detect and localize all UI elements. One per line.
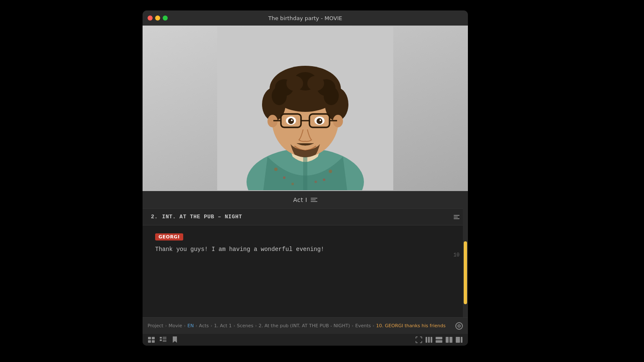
scene-list-icon[interactable]: [454, 215, 460, 219]
svg-rect-47: [431, 337, 432, 343]
svg-rect-40: [163, 337, 166, 338]
svg-point-11: [307, 76, 324, 91]
breadcrumb-movie[interactable]: Movie: [169, 323, 182, 328]
breadcrumb-right: [455, 322, 463, 330]
scene-text: INT. AT THE PUB – NIGHT: [162, 214, 449, 220]
layout1-icon[interactable]: [435, 336, 443, 344]
svg-rect-45: [426, 337, 427, 343]
grid-view-icon[interactable]: [148, 336, 155, 344]
act-header: Act I: [143, 191, 468, 209]
svg-rect-37: [148, 340, 151, 343]
breadcrumb-events[interactable]: Events: [355, 323, 371, 328]
window-title: The birthday party - MOVIE: [268, 15, 342, 21]
breadcrumb-act1[interactable]: 1. Act 1: [214, 323, 231, 328]
character-badge: GEORGI: [155, 233, 183, 240]
character-photo: [217, 27, 393, 190]
traffic-lights: [143, 16, 168, 21]
svg-rect-42: [160, 339, 162, 341]
breadcrumb-scenes[interactable]: Scenes: [237, 323, 253, 328]
toolbar-left: [148, 336, 179, 344]
svg-point-10: [286, 76, 303, 91]
svg-rect-52: [456, 337, 460, 343]
maximize-button[interactable]: [163, 16, 168, 21]
svg-rect-35: [148, 337, 151, 339]
svg-point-34: [459, 326, 460, 326]
svg-rect-39: [160, 337, 162, 339]
titlebar: The birthday party - MOVIE: [143, 10, 468, 26]
svg-point-24: [317, 118, 322, 124]
line-number: 10: [454, 252, 460, 258]
breadcrumb-event[interactable]: 10. GEORGI thanks his friends: [376, 323, 446, 328]
toolbar-right: [415, 336, 463, 344]
svg-rect-49: [436, 340, 442, 343]
svg-rect-36: [152, 337, 155, 339]
act-label: Act I: [293, 197, 307, 203]
svg-rect-44: [163, 341, 166, 342]
toolbar-bar: [143, 334, 468, 346]
bookmark-icon[interactable]: [171, 336, 179, 344]
svg-rect-38: [152, 340, 155, 343]
photo-area: [143, 26, 468, 191]
svg-point-32: [314, 181, 317, 183]
scrollbar-track[interactable]: [463, 191, 468, 317]
breadcrumb-acts[interactable]: Acts: [199, 323, 209, 328]
svg-rect-51: [449, 337, 452, 343]
svg-point-12: [272, 87, 287, 105]
breadcrumb-project[interactable]: Project: [148, 323, 164, 328]
script-wrapper: Act I 2. INT. AT THE PUB – NIGHT: [143, 191, 468, 317]
svg-rect-53: [461, 337, 462, 343]
scene-line: 2. INT. AT THE PUB – NIGHT: [143, 209, 468, 225]
svg-rect-48: [436, 337, 442, 339]
svg-point-26: [319, 119, 321, 121]
dialogue-text: Thank you guys! I am having a wonderful …: [155, 245, 460, 254]
breadcrumb-bar: Project › Movie › EN › Acts › 1. Act 1 ›…: [143, 317, 468, 334]
layout2-icon[interactable]: [445, 336, 453, 344]
svg-point-27: [274, 168, 278, 171]
close-button[interactable]: [148, 16, 153, 21]
list-icon[interactable]: [311, 198, 317, 202]
breadcrumb-scene[interactable]: 2. At the pub (INT. AT THE PUB - NIGHT): [259, 323, 350, 328]
dialogue-area: GEORGI Thank you guys! I am having a won…: [143, 225, 468, 262]
svg-rect-46: [428, 337, 430, 343]
scene-number: 2.: [151, 214, 158, 220]
svg-point-31: [291, 183, 294, 185]
minimize-button[interactable]: [155, 16, 160, 21]
svg-rect-50: [446, 337, 449, 343]
svg-point-29: [329, 170, 332, 173]
svg-point-13: [324, 87, 339, 105]
breadcrumb-lang[interactable]: EN: [187, 323, 194, 328]
columns-icon[interactable]: [425, 336, 433, 344]
svg-point-30: [323, 178, 325, 181]
layout3-icon[interactable]: [455, 336, 463, 344]
main-window: The birthday party - MOVIE: [143, 10, 468, 346]
svg-point-28: [283, 176, 286, 179]
svg-rect-41: [163, 338, 166, 339]
list-view-icon[interactable]: [159, 336, 167, 344]
svg-point-25: [291, 119, 293, 121]
svg-point-23: [288, 118, 294, 124]
svg-rect-43: [163, 340, 166, 341]
settings-icon[interactable]: [455, 322, 463, 330]
scrollbar-thumb[interactable]: [464, 241, 467, 304]
breadcrumb: Project › Movie › EN › Acts › 1. Act 1 ›…: [148, 323, 446, 328]
expand-icon[interactable]: [415, 336, 423, 344]
breadcrumb-sep1: ›: [165, 323, 167, 328]
